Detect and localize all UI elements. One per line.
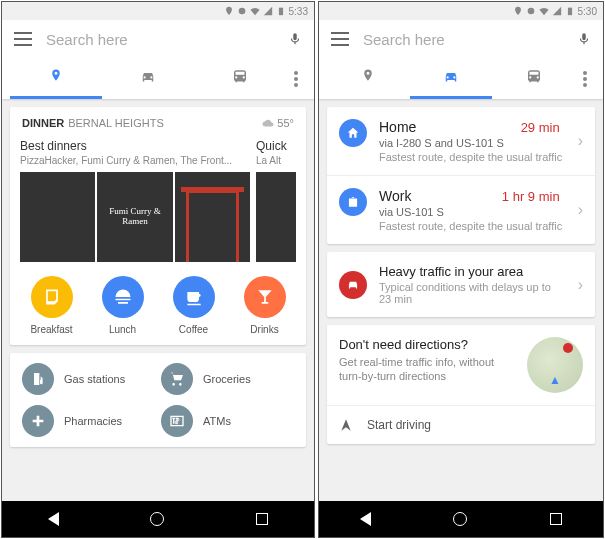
dinner-item-peek[interactable]: Quick La Alt <box>256 139 296 262</box>
traffic-icon <box>346 278 360 292</box>
svc-pharmacies[interactable]: Pharmacies <box>22 405 155 437</box>
mic-icon[interactable] <box>288 30 302 48</box>
cloud-icon <box>262 117 274 129</box>
nav-home[interactable] <box>150 512 164 526</box>
traffic-card[interactable]: Heavy traffic in your area Typical condi… <box>327 252 595 317</box>
nav-home[interactable] <box>453 512 467 526</box>
tab-transit[interactable] <box>194 58 286 99</box>
signal-icon <box>263 6 273 16</box>
signal-icon <box>552 6 562 16</box>
dest-home[interactable]: Home29 min via I-280 S and US-101 S Fast… <box>327 107 595 176</box>
destinations-card: Home29 min via I-280 S and US-101 S Fast… <box>327 107 595 244</box>
cart-icon <box>169 371 185 387</box>
home-icon <box>346 126 360 140</box>
menu-icon[interactable] <box>331 32 349 46</box>
battery-icon <box>276 6 286 16</box>
chevron-right-icon: › <box>578 276 583 294</box>
chevron-right-icon: › <box>578 201 583 219</box>
dinner-title: DINNER <box>22 117 64 129</box>
tab-explore[interactable] <box>327 58 410 99</box>
cat-coffee[interactable]: Coffee <box>158 276 229 335</box>
dinner-image <box>20 172 95 262</box>
clock: 5:33 <box>289 6 308 17</box>
svc-groceries[interactable]: Groceries <box>161 363 294 395</box>
search-input[interactable]: Search here <box>363 31 563 48</box>
more-icon[interactable] <box>286 59 306 99</box>
atm-icon <box>169 413 185 429</box>
nav-bar <box>319 501 603 537</box>
nav-back[interactable] <box>360 512 371 526</box>
dinner-image <box>256 172 296 262</box>
wifi-icon <box>250 6 260 16</box>
content-explore: DINNER BERNAL HEIGHTS 55° Best dinners P… <box>2 99 314 501</box>
status-bar: 5:30 <box>319 2 603 20</box>
nav-recent[interactable] <box>256 513 268 525</box>
dinner-image: Fumi Curry & Ramen <box>97 172 172 262</box>
status-bar: 5:33 <box>2 2 314 20</box>
nav-recent[interactable] <box>550 513 562 525</box>
svc-atms[interactable]: ATMs <box>161 405 294 437</box>
location-icon <box>224 6 234 16</box>
svg-point-0 <box>238 8 245 15</box>
tabs <box>2 58 314 99</box>
promo-title: Don't need directions? <box>339 337 517 352</box>
weather: 55° <box>262 117 294 129</box>
drinks-icon <box>255 287 275 307</box>
promo-image <box>527 337 583 393</box>
dinner-image <box>175 172 250 262</box>
tab-transit[interactable] <box>492 58 575 99</box>
content-driving: Home29 min via I-280 S and US-101 S Fast… <box>319 99 603 501</box>
lunch-icon <box>113 287 133 307</box>
tabs <box>319 58 603 99</box>
menu-icon[interactable] <box>14 32 32 46</box>
dinner-item-main[interactable]: Best dinners PizzaHacker, Fumi Curry & R… <box>20 139 250 262</box>
category-row: Breakfast Lunch Coffee Drinks <box>10 262 306 345</box>
search-input[interactable]: Search here <box>46 31 274 48</box>
svc-gas[interactable]: Gas stations <box>22 363 155 395</box>
chevron-right-icon: › <box>578 132 583 150</box>
nav-back[interactable] <box>48 512 59 526</box>
location-icon <box>513 6 523 16</box>
cat-drinks[interactable]: Drinks <box>229 276 300 335</box>
phone-driving: 5:30 Search here Home29 min via I-280 S … <box>318 1 604 538</box>
start-driving-button[interactable]: Start driving <box>327 405 595 444</box>
tab-driving[interactable] <box>102 58 194 99</box>
dest-work[interactable]: Work1 hr 9 min via US-101 S Fastest rout… <box>327 176 595 244</box>
phone-explore: 5:33 Search here DINNER BERNAL HEIGHTS 5… <box>1 1 315 538</box>
wifi-icon <box>539 6 549 16</box>
nav-bar <box>2 501 314 537</box>
coffee-icon <box>184 287 204 307</box>
breakfast-icon <box>42 287 62 307</box>
tab-driving[interactable] <box>410 58 493 99</box>
more-icon[interactable] <box>575 59 595 99</box>
search-bar[interactable]: Search here <box>2 20 314 58</box>
clock: 5:30 <box>578 6 597 17</box>
sync-icon <box>237 6 247 16</box>
services-card: Gas stations Groceries Pharmacies ATMs <box>10 353 306 447</box>
navigation-icon <box>339 418 353 432</box>
svg-point-1 <box>527 8 534 15</box>
work-icon <box>346 195 360 209</box>
tab-explore[interactable] <box>10 58 102 99</box>
promo-card: Don't need directions? Get real-time tra… <box>327 325 595 444</box>
battery-icon <box>565 6 575 16</box>
search-bar[interactable]: Search here <box>319 20 603 58</box>
mic-icon[interactable] <box>577 30 591 48</box>
dinner-card: DINNER BERNAL HEIGHTS 55° Best dinners P… <box>10 107 306 345</box>
cat-lunch[interactable]: Lunch <box>87 276 158 335</box>
sync-icon <box>526 6 536 16</box>
gas-icon <box>30 371 46 387</box>
dinner-location: BERNAL HEIGHTS <box>68 117 262 129</box>
promo-text: Get real-time traffic info, without turn… <box>339 355 517 384</box>
cat-breakfast[interactable]: Breakfast <box>16 276 87 335</box>
pharmacy-icon <box>30 413 46 429</box>
